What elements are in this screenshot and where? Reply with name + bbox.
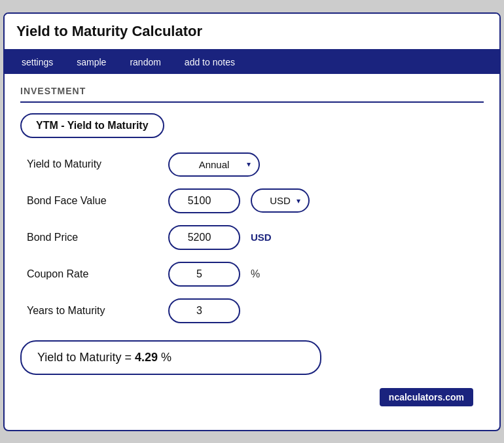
tab-add-to-notes[interactable]: add to notes [173,50,247,74]
coupon-rate-unit: % [251,268,260,280]
card-body: INVESTMENT YTM - Yield to Maturity Yield… [5,74,499,430]
calc-type-selector[interactable]: YTM - Yield to Maturity [20,113,164,138]
brand-badge: ncalculators.com [380,388,473,406]
field-row-bond-face-value: Bond Face Value 5100 USD EUR GBP [27,188,484,213]
tab-random[interactable]: random [118,50,172,74]
select-yield-to-maturity[interactable]: Annual Semi-Annual Quarterly Monthly [168,152,260,177]
label-bond-price: Bond Price [27,232,158,243]
calculator-card: Yield to Maturity Calculator settings sa… [3,12,501,431]
bond-price-currency-label: USD [251,232,272,243]
result-box: Yield to Maturity = 4.29 % [20,340,321,375]
footer-bar: ncalculators.com [20,381,484,414]
section-label: INVESTMENT [20,86,484,103]
select-currency[interactable]: USD EUR GBP [251,188,310,213]
result-operator: = [124,351,135,364]
select-wrapper-ytm: Annual Semi-Annual Quarterly Monthly [168,152,260,177]
label-years-to-maturity: Years to Maturity [27,305,158,317]
label-coupon-rate: Coupon Rate [27,268,158,280]
select-wrapper-currency: USD EUR GBP [251,188,310,213]
input-bond-face-value[interactable]: 5100 [168,188,240,213]
result-value: 4.29 [135,351,158,364]
field-row-years-to-maturity: Years to Maturity 3 [27,298,484,323]
field-row-ytm: Yield to Maturity Annual Semi-Annual Qua… [27,152,484,177]
result-unit: % [161,351,171,364]
tab-bar: settings sample random add to notes [5,50,499,74]
fields-container: Yield to Maturity Annual Semi-Annual Qua… [20,152,484,323]
input-bond-price[interactable]: 5200 [168,225,240,250]
input-coupon-rate[interactable]: 5 [168,262,240,287]
label-bond-face-value: Bond Face Value [27,195,158,207]
input-years-to-maturity[interactable]: 3 [168,298,240,323]
tab-sample[interactable]: sample [65,50,118,74]
calculator-wrapper: Yield to Maturity Calculator settings sa… [0,0,504,443]
tab-settings[interactable]: settings [10,50,65,74]
card-title: Yield to Maturity Calculator [5,14,499,50]
field-row-coupon-rate: Coupon Rate 5 % [27,262,484,287]
result-label: Yield to Maturity [37,351,121,364]
label-yield-to-maturity: Yield to Maturity [27,158,158,170]
field-row-bond-price: Bond Price 5200 USD [27,225,484,250]
